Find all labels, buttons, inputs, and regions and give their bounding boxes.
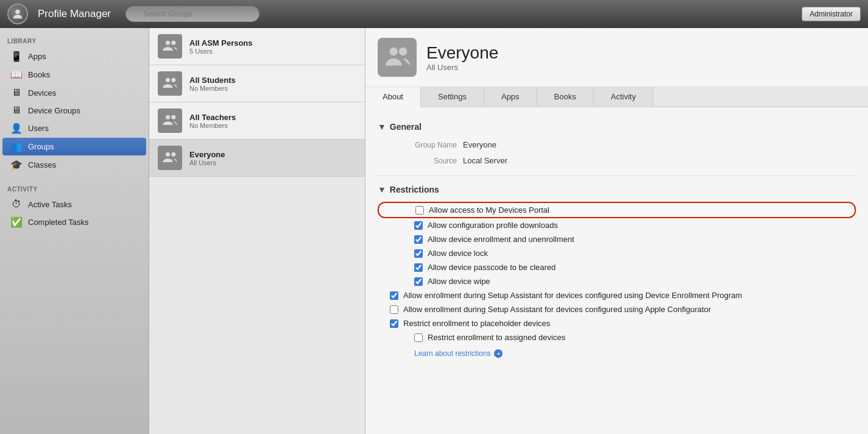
group-name-all-teachers: All Teachers xyxy=(189,113,236,122)
active-tasks-icon: ⏱ xyxy=(10,199,23,210)
sidebar-item-device-groups[interactable]: 🖥 Device Groups xyxy=(2,102,146,119)
source-row: Source Local Server xyxy=(378,155,856,167)
search-groups-input[interactable] xyxy=(125,6,259,22)
devices-icon: 🖥 xyxy=(10,87,23,98)
users-icon: 👤 xyxy=(10,123,23,134)
source-value: Local Server xyxy=(463,155,507,167)
group-info-all-asm: All ASM Persons 5 Users xyxy=(189,38,253,55)
general-collapse-icon[interactable]: ▼ xyxy=(378,122,386,132)
checkbox-row-passcode-clear: Allow device passcode to be cleared xyxy=(378,260,856,274)
apps-icon: 📱 xyxy=(10,51,23,62)
admin-button[interactable]: Administrator xyxy=(802,7,861,21)
group-item-all-students[interactable]: All Students No Members xyxy=(149,65,365,102)
sidebar-item-active-tasks[interactable]: ⏱ Active Tasks xyxy=(2,196,146,213)
sidebar-completed-tasks-label: Completed Tasks xyxy=(28,218,88,227)
checkbox-config-download[interactable] xyxy=(414,221,423,230)
sidebar-active-tasks-label: Active Tasks xyxy=(28,200,72,209)
layout: LIBRARY 📱 Apps 📖 Books 🖥 Devices 🖥 Devic… xyxy=(0,28,868,434)
checkbox-assigned-label: Restrict enrollment to assigned devices xyxy=(428,333,565,342)
sidebar-groups-label: Groups xyxy=(28,142,54,151)
main-content: Everyone All Users About Settings Apps B… xyxy=(365,28,868,434)
sidebar-apps-label: Apps xyxy=(28,52,46,61)
learn-link[interactable]: Learn about restrictions + xyxy=(378,349,856,358)
checkbox-setup-dep[interactable] xyxy=(390,291,398,300)
group-name-value: Everyone xyxy=(463,139,496,151)
checkbox-device-wipe[interactable] xyxy=(414,277,423,286)
sidebar-devices-label: Devices xyxy=(28,88,56,98)
sidebar-device-groups-label: Device Groups xyxy=(28,106,80,115)
detail-header: Everyone All Users xyxy=(365,28,868,87)
tab-activity[interactable]: Activity xyxy=(594,87,654,107)
group-sub-everyone: All Users xyxy=(189,159,225,166)
group-item-all-asm[interactable]: All ASM Persons 5 Users xyxy=(149,28,365,65)
tab-settings[interactable]: Settings xyxy=(421,87,484,107)
sidebar-item-groups[interactable]: 👥 Groups xyxy=(2,138,146,155)
group-name-label: Group Name xyxy=(390,139,463,151)
checkbox-device-lock[interactable] xyxy=(414,249,423,258)
library-section-label: LIBRARY xyxy=(0,33,149,47)
source-label: Source xyxy=(390,155,463,167)
checkbox-enroll-unenroll[interactable] xyxy=(414,235,423,244)
group-sub-all-students: No Members xyxy=(189,85,236,92)
group-name-row: Group Name Everyone xyxy=(378,139,856,151)
checkbox-placeholder[interactable] xyxy=(390,319,398,328)
checkbox-mydevices[interactable] xyxy=(415,206,424,215)
checkbox-setup-configurator-label: Allow enrollment during Setup Assistant … xyxy=(403,305,711,314)
restrictions-section-title: Restrictions xyxy=(390,185,439,194)
restrictions-collapse-icon[interactable]: ▼ xyxy=(378,185,386,194)
checkbox-device-wipe-label: Allow device wipe xyxy=(428,277,490,286)
sidebar-item-apps[interactable]: 📱 Apps xyxy=(2,48,146,65)
search-wrap: 🔍 xyxy=(121,6,259,22)
tab-about[interactable]: About xyxy=(365,87,421,107)
sidebar-books-label: Books xyxy=(28,70,50,79)
checkbox-setup-dep-label: Allow enrollment during Setup Assistant … xyxy=(403,291,742,300)
group-avatar-all-asm xyxy=(158,34,182,59)
group-avatar-all-students xyxy=(158,71,182,96)
learn-link-text: Learn about restrictions xyxy=(414,349,490,358)
sidebar-item-classes[interactable]: 🎓 Classes xyxy=(2,156,146,174)
tab-books[interactable]: Books xyxy=(537,87,594,107)
checkbox-row-placeholder: Restrict enrollment to placeholder devic… xyxy=(378,316,856,330)
checkbox-row-setup-dep: Allow enrollment during Setup Assistant … xyxy=(378,288,856,302)
sidebar-item-devices[interactable]: 🖥 Devices xyxy=(2,84,146,101)
group-avatar-all-teachers xyxy=(158,108,182,133)
learn-more-icon: + xyxy=(494,349,503,358)
svg-point-5 xyxy=(166,115,170,119)
content-body: ▼ General Group Name Everyone Source Loc… xyxy=(365,107,868,368)
checkbox-row-enroll-unenroll: Allow device enrollment and unenrollment xyxy=(378,232,856,246)
app-logo xyxy=(7,4,28,24)
sidebar: LIBRARY 📱 Apps 📖 Books 🖥 Devices 🖥 Devic… xyxy=(0,28,149,434)
tab-apps[interactable]: Apps xyxy=(484,87,537,107)
group-name-everyone: Everyone xyxy=(189,150,225,159)
group-item-everyone[interactable]: Everyone All Users xyxy=(149,140,365,177)
group-name-all-asm: All ASM Persons xyxy=(189,38,253,48)
group-item-all-teachers[interactable]: All Teachers No Members xyxy=(149,102,365,140)
checkbox-setup-configurator[interactable] xyxy=(390,305,398,314)
svg-point-0 xyxy=(15,10,19,14)
svg-point-9 xyxy=(390,48,398,55)
app-title: Profile Manager xyxy=(38,8,111,20)
groups-panel: All ASM Persons 5 Users All Students No … xyxy=(149,28,365,434)
checkbox-assigned[interactable] xyxy=(414,333,423,342)
detail-title: Everyone xyxy=(426,43,498,63)
completed-tasks-icon: ✅ xyxy=(10,216,23,228)
general-section-title: General xyxy=(390,122,422,132)
detail-avatar xyxy=(378,38,417,77)
checkbox-device-lock-label: Allow device lock xyxy=(428,249,488,258)
checkbox-row-mydevices: Allow access to My Devices Portal xyxy=(378,202,856,218)
checkbox-row-setup-configurator: Allow enrollment during Setup Assistant … xyxy=(378,302,856,316)
checkbox-row-device-wipe: Allow device wipe xyxy=(378,274,856,288)
svg-point-6 xyxy=(171,115,175,119)
classes-icon: 🎓 xyxy=(10,159,23,171)
group-name-all-students: All Students xyxy=(189,76,236,85)
svg-point-10 xyxy=(399,48,407,55)
sidebar-item-completed-tasks[interactable]: ✅ Completed Tasks xyxy=(2,213,146,231)
checkbox-passcode-clear[interactable] xyxy=(414,263,423,272)
checkbox-row-assigned: Restrict enrollment to assigned devices xyxy=(378,330,856,344)
detail-subtitle: All Users xyxy=(426,63,498,72)
sidebar-item-users[interactable]: 👤 Users xyxy=(2,119,146,137)
sidebar-users-label: Users xyxy=(28,124,49,133)
svg-point-7 xyxy=(166,152,170,157)
detail-title-block: Everyone All Users xyxy=(426,43,498,72)
sidebar-item-books[interactable]: 📖 Books xyxy=(2,66,146,84)
